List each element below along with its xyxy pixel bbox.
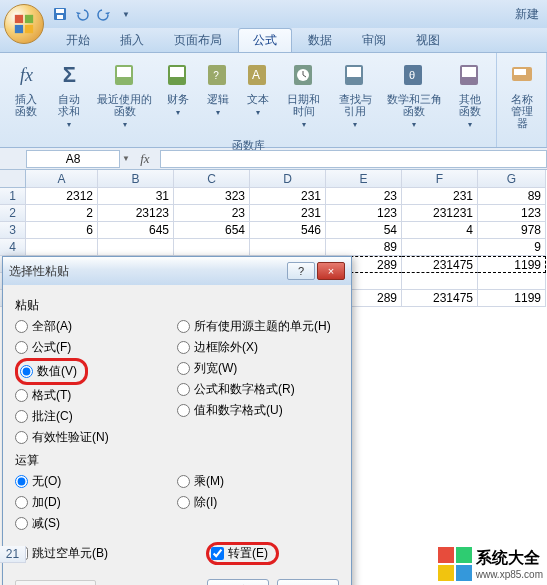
dialog-titlebar[interactable]: 选择性粘贴 ? ×	[3, 257, 351, 285]
radio-paste[interactable]: 有效性验证(N)	[15, 427, 177, 448]
cell[interactable]: 231	[402, 188, 478, 205]
radio-paste[interactable]: 批注(C)	[15, 406, 177, 427]
close-button[interactable]: ×	[317, 262, 345, 280]
cell[interactable]: 6	[26, 222, 98, 239]
cell[interactable]: 23	[174, 205, 250, 222]
other-functions-button[interactable]: 其他函数▾	[449, 57, 490, 132]
tab-pagelayout[interactable]: 页面布局	[160, 29, 236, 52]
radio-paste[interactable]: 所有使用源主题的单元(H)	[177, 316, 339, 337]
row-header[interactable]: 3	[0, 222, 26, 239]
cell[interactable]: 4	[402, 222, 478, 239]
row-header[interactable]: 1	[0, 188, 26, 205]
undo-icon[interactable]	[74, 6, 90, 22]
cell[interactable]	[402, 273, 478, 290]
save-icon[interactable]	[52, 6, 68, 22]
help-button[interactable]: ?	[287, 262, 315, 280]
col-header[interactable]: E	[326, 170, 402, 188]
radio-op[interactable]: 减(S)	[15, 513, 177, 534]
cell[interactable]: 231475	[402, 290, 478, 307]
name-box[interactable]: A8	[26, 150, 120, 168]
cell[interactable]	[174, 239, 250, 256]
cell[interactable]: 23	[326, 188, 402, 205]
financial-button[interactable]: 财务▾	[159, 57, 197, 120]
svg-rect-18	[347, 67, 361, 77]
radio-op[interactable]: 无(O)	[15, 471, 177, 492]
qat-dropdown-icon[interactable]: ▼	[118, 6, 134, 22]
cell[interactable]: 323	[174, 188, 250, 205]
col-header[interactable]: D	[250, 170, 326, 188]
radio-op[interactable]: 加(D)	[15, 492, 177, 513]
svg-rect-22	[462, 67, 476, 77]
col-header[interactable]: G	[478, 170, 546, 188]
radio-paste[interactable]: 边框除外(X)	[177, 337, 339, 358]
cell[interactable]: 23123	[98, 205, 174, 222]
tab-data[interactable]: 数据	[294, 29, 346, 52]
tab-formulas[interactable]: 公式	[238, 28, 292, 52]
col-header[interactable]: A	[26, 170, 98, 188]
transpose-checkbox[interactable]: 转置(E)	[211, 545, 268, 562]
cell[interactable]: 2	[26, 205, 98, 222]
cell[interactable]	[26, 239, 98, 256]
cancel-button[interactable]: 取消	[277, 579, 339, 585]
fx-button[interactable]: fx	[136, 150, 154, 168]
cell[interactable]: 123	[478, 205, 546, 222]
cell[interactable]: 231231	[402, 205, 478, 222]
cell[interactable]: 89	[326, 239, 402, 256]
tab-insert[interactable]: 插入	[106, 29, 158, 52]
radio-paste[interactable]: 列宽(W)	[177, 358, 339, 379]
insert-function-button[interactable]: fx 插入函数	[6, 57, 47, 119]
radio-op[interactable]: 除(I)	[177, 492, 339, 513]
cell[interactable]: 2312	[26, 188, 98, 205]
radio-paste[interactable]: 公式(F)	[15, 337, 177, 358]
cell[interactable]	[250, 239, 326, 256]
logical-button[interactable]: ? 逻辑▾	[199, 57, 237, 120]
text-button[interactable]: A 文本▾	[239, 57, 277, 120]
cell[interactable]	[478, 273, 546, 290]
cell[interactable]: 9	[478, 239, 546, 256]
col-header[interactable]: C	[174, 170, 250, 188]
cell[interactable]: 1199	[478, 290, 546, 307]
recent-functions-button[interactable]: 最近使用的函数▾	[92, 57, 158, 132]
cell[interactable]: 231	[250, 188, 326, 205]
tab-view[interactable]: 视图	[402, 29, 454, 52]
tab-review[interactable]: 审阅	[348, 29, 400, 52]
radio-paste[interactable]: 数值(V)	[20, 361, 77, 382]
col-header[interactable]: F	[402, 170, 478, 188]
ok-button[interactable]: 确定	[207, 579, 269, 585]
col-header[interactable]: B	[98, 170, 174, 188]
datetime-button[interactable]: 日期和时间▾	[279, 57, 328, 132]
namebox-dropdown-icon[interactable]: ▼	[122, 154, 130, 163]
math-button[interactable]: θ 数学和三角函数▾	[382, 57, 448, 132]
radio-paste[interactable]: 公式和数字格式(R)	[177, 379, 339, 400]
paste-link-button[interactable]: 粘贴链接(L)	[15, 580, 96, 585]
cell[interactable]: 123	[326, 205, 402, 222]
formula-input[interactable]	[160, 150, 547, 168]
tab-home[interactable]: 开始	[52, 29, 104, 52]
watermark-brand: 系统大全	[476, 548, 543, 569]
cell[interactable]: 54	[326, 222, 402, 239]
cell[interactable]: 654	[174, 222, 250, 239]
select-all-corner[interactable]	[0, 170, 26, 188]
radio-paste[interactable]: 格式(T)	[15, 385, 177, 406]
radio-paste[interactable]: 全部(A)	[15, 316, 177, 337]
name-manager-button[interactable]: 名称管理器	[503, 57, 541, 131]
cell[interactable]	[402, 239, 478, 256]
lookup-button[interactable]: 查找与引用▾	[330, 57, 379, 132]
cell[interactable]	[98, 239, 174, 256]
cell[interactable]: 546	[250, 222, 326, 239]
radio-op[interactable]: 乘(M)	[177, 471, 339, 492]
cell[interactable]: 1199	[478, 256, 546, 273]
office-button[interactable]	[4, 4, 44, 44]
radio-paste[interactable]: 值和数字格式(U)	[177, 400, 339, 421]
cell[interactable]: 31	[98, 188, 174, 205]
row-header[interactable]: 2	[0, 205, 26, 222]
skip-blanks-checkbox[interactable]: 跳过空单元(B)	[15, 545, 108, 562]
cell[interactable]: 978	[478, 222, 546, 239]
cell[interactable]: 645	[98, 222, 174, 239]
cell[interactable]: 89	[478, 188, 546, 205]
autosum-button[interactable]: Σ 自动求和▾	[49, 57, 90, 132]
row-header[interactable]: 4	[0, 239, 26, 256]
cell[interactable]: 231	[250, 205, 326, 222]
cell[interactable]: 231475	[402, 256, 478, 273]
redo-icon[interactable]	[96, 6, 112, 22]
